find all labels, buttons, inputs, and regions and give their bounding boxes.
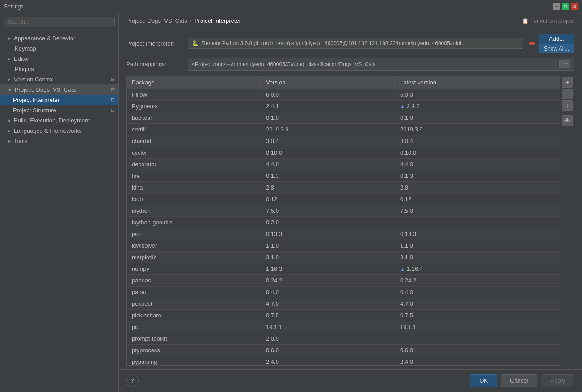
table-row[interactable]: pandas0.24.20.24.2	[127, 275, 560, 287]
show-all-button[interactable]: Show All...	[539, 44, 574, 53]
breadcrumb-sep: ›	[190, 17, 192, 24]
expand-arrow-editor: ▶	[8, 56, 11, 61]
sidebar-label-build: Build, Execution, Deployment	[14, 117, 90, 124]
close-button[interactable]: ✕	[571, 3, 578, 10]
package-version: 0.13.3	[261, 228, 395, 240]
table-row[interactable]: certifi2019.3.92019.3.9	[127, 124, 560, 135]
sidebar-label-project-structure: Project Structure	[13, 107, 56, 114]
cancel-button[interactable]: Cancel	[501, 374, 537, 387]
package-name: decorator	[127, 159, 261, 170]
package-version: 3.1.0	[261, 252, 395, 263]
path-field[interactable]: <Project root>→/home/julyedu_460005/CV/i…	[188, 58, 574, 71]
sidebar-item-editor[interactable]: ▶ Editor	[0, 54, 118, 64]
table-row[interactable]: cycler0.10.00.10.0	[127, 147, 560, 159]
package-latest: ▲ 1.16.4	[395, 263, 560, 274]
table-row[interactable]: prompt-toolkit2.0.9	[127, 333, 560, 345]
help-button[interactable]: ?	[126, 375, 139, 387]
col-header-version: Version	[261, 76, 395, 89]
main-content: ▶ Appearance & Behavior Keymap ▶ Editor …	[0, 13, 582, 392]
table-row[interactable]: pip19.1.119.1.1	[127, 321, 560, 333]
package-name: certifi	[127, 124, 261, 135]
sidebar-label-plugins: Plugins	[15, 66, 34, 72]
sidebar-label-languages: Languages & Frameworks	[14, 127, 82, 134]
table-row[interactable]: ipdb0.120.12	[127, 194, 560, 205]
path-label: Path mappings:	[126, 61, 184, 67]
package-latest: 4.4.0	[395, 159, 560, 170]
table-row[interactable]: matplotlib3.1.03.1.0	[127, 252, 560, 263]
package-version: 0.7.5	[261, 310, 395, 321]
package-name: chardet	[127, 135, 261, 147]
table-row[interactable]: parso0.4.00.4.0	[127, 287, 560, 298]
package-version: 2.4.1	[261, 101, 395, 112]
sidebar-item-appearance[interactable]: ▶ Appearance & Behavior	[0, 33, 118, 43]
path-browse-button[interactable]: ⋯	[559, 60, 570, 68]
expand-arrow-vc: ▶	[8, 77, 11, 82]
package-version: 0.4.0	[261, 287, 395, 298]
package-name: pip	[127, 321, 261, 333]
apply-button[interactable]: Apply	[541, 374, 574, 387]
table-row[interactable]: pyparsing2.4.02.4.0	[127, 356, 560, 365]
package-version: 0.1.0	[261, 112, 395, 123]
search-box	[0, 13, 118, 31]
maximize-button[interactable]: □	[562, 3, 569, 10]
package-name: Pillow	[127, 89, 261, 100]
table-row[interactable]: ipython7.5.07.5.0	[127, 205, 560, 217]
table-row[interactable]: backcall0.1.00.1.0	[127, 112, 560, 124]
sidebar-item-build[interactable]: ▶ Build, Execution, Deployment	[0, 115, 118, 126]
settings-area: Project Interpreter: 🐍 Remote Python 3.6…	[119, 28, 582, 76]
table-row[interactable]: fire0.1.30.1.3	[127, 170, 560, 182]
sidebar-item-tools[interactable]: ▶ Tools	[0, 136, 118, 146]
sidebar-item-project[interactable]: ▼ Project: Dogs_VS_Cats ⊞	[0, 84, 118, 95]
expand-arrow-build: ▶	[8, 118, 11, 123]
sidebar-item-languages[interactable]: ▶ Languages & Frameworks	[0, 126, 118, 136]
table-row[interactable]: pickleshare0.7.50.7.5	[127, 310, 560, 321]
table-row[interactable]: chardet3.0.43.0.4	[127, 135, 560, 147]
table-row[interactable]: Pillow6.0.06.0.0	[127, 89, 560, 101]
table-row[interactable]: kiwisolver1.1.01.1.0	[127, 240, 560, 252]
clipboard-icon: 📋	[522, 18, 529, 24]
sidebar-item-project-structure[interactable]: Project Structure ⊞	[0, 105, 118, 115]
interpreter-field[interactable]: 🐍 Remote Python 3.6.8 (tf_torch_learn) s…	[188, 38, 523, 49]
minimize-button[interactable]: ─	[553, 3, 560, 10]
interpreter-icon: 🐍	[192, 40, 198, 46]
show-details-button[interactable]: 👁	[562, 115, 573, 126]
upgrade-package-button[interactable]: ↑	[562, 100, 573, 111]
add-package-button[interactable]: +	[562, 77, 573, 88]
table-row[interactable]: jedi0.13.30.13.3	[127, 228, 560, 240]
path-row: Path mappings: <Project root>→/home/july…	[126, 58, 574, 71]
interpreter-label: Project Interpreter:	[126, 40, 184, 47]
sidebar-item-version-control[interactable]: ▶ Version Control ⊞	[0, 74, 118, 84]
package-version: 0.1.3	[261, 170, 395, 181]
table-row[interactable]: Pygments2.4.1▲ 2.4.2	[127, 101, 560, 112]
package-latest: 0.6.0	[395, 345, 560, 356]
sidebar-item-plugins[interactable]: Plugins	[0, 64, 118, 74]
update-arrow-icon: ▲	[400, 104, 405, 109]
package-version: 2.4.0	[261, 356, 395, 365]
ok-button[interactable]: OK	[470, 374, 497, 387]
sidebar-label-project-interpreter: Project Interpreter	[13, 97, 59, 103]
expand-arrow-project: ▼	[8, 87, 12, 92]
package-version: 19.1.1	[261, 321, 395, 333]
table-row[interactable]: decorator4.4.04.4.0	[127, 159, 560, 170]
table-row[interactable]: numpy1.16.3▲ 1.16.4	[127, 263, 560, 275]
search-input[interactable]	[4, 17, 115, 27]
package-name: ptyprocess	[127, 345, 261, 356]
table-row[interactable]: ptyprocess0.6.00.6.0	[127, 345, 560, 356]
table-row[interactable]: pexpect4.7.04.7.0	[127, 298, 560, 310]
update-arrow-icon: ▲	[400, 266, 405, 272]
interpreter-value: Remote Python 3.6.8 (tf_torch_learn) sft…	[202, 40, 466, 46]
package-name: ipython-genutils	[127, 217, 261, 228]
title-bar: Settings ─ □ ✕	[0, 0, 582, 13]
sidebar-item-keymap[interactable]: Keymap	[0, 43, 118, 54]
remove-package-button[interactable]: −	[562, 89, 573, 99]
package-name: fire	[127, 170, 261, 181]
table-row[interactable]: idna2.82.8	[127, 182, 560, 194]
package-latest: 0.4.0	[395, 287, 560, 298]
interpreter-row: Project Interpreter: 🐍 Remote Python 3.6…	[126, 34, 574, 53]
table-row[interactable]: ipython-genutils0.2.0	[127, 217, 560, 228]
pi-badge: ⊞	[111, 97, 115, 103]
sidebar-item-project-interpreter[interactable]: Project Interpreter ⊞	[0, 95, 118, 105]
add-button[interactable]: Add...	[539, 34, 574, 44]
package-name: parso	[127, 287, 261, 298]
package-latest: 19.1.1	[395, 321, 560, 333]
